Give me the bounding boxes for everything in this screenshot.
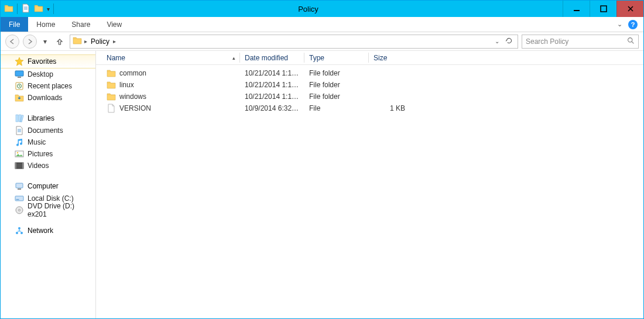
new-folder-icon[interactable] xyxy=(34,4,43,15)
breadcrumb-separator-icon[interactable]: ▸ xyxy=(84,38,87,44)
breadcrumb[interactable]: Policy xyxy=(90,37,111,46)
cell-size: 1 KB xyxy=(369,104,410,112)
music-icon xyxy=(15,138,24,147)
videos-icon xyxy=(15,161,24,170)
network-icon xyxy=(15,226,24,235)
sidebar-item-recent[interactable]: Recent places xyxy=(1,80,95,92)
quick-access-toolbar: ▾ xyxy=(1,1,54,17)
file-row[interactable]: VERSION10/9/2014 6:32 AMFile1 KB xyxy=(96,102,643,114)
cell-name: common xyxy=(102,68,240,78)
sidebar-group-computer: Computer Local Disk (C:) DVD Drive (D:) … xyxy=(1,180,95,216)
address-bar[interactable]: ▸ Policy ▸ ⌄ xyxy=(70,35,518,49)
sidebar-item-label: Local Disk (C:) xyxy=(28,194,74,203)
file-rows: common10/21/2014 1:10 AMFile folderlinux… xyxy=(96,65,643,114)
sidebar-header-computer[interactable]: Computer xyxy=(1,180,95,193)
help-icon[interactable]: ? xyxy=(628,20,638,29)
star-icon xyxy=(15,57,24,66)
folder-icon xyxy=(107,80,116,90)
breadcrumb-separator-icon[interactable]: ▸ xyxy=(113,38,116,44)
file-tab[interactable]: File xyxy=(1,17,28,32)
sidebar-item-downloads[interactable]: Downloads xyxy=(1,92,95,104)
column-header-type[interactable]: Type xyxy=(304,51,369,64)
up-button[interactable] xyxy=(53,35,66,48)
cell-type: File folder xyxy=(304,69,369,77)
forward-button[interactable] xyxy=(23,35,37,49)
back-button[interactable] xyxy=(5,35,19,49)
folder-icon xyxy=(73,36,82,47)
sidebar-header-favorites[interactable]: Favorites xyxy=(1,54,95,68)
navigation-bar: ▾ ▸ Policy ▸ ⌄ xyxy=(1,32,643,51)
cell-type: File folder xyxy=(304,81,369,89)
sidebar-item-label: Desktop xyxy=(28,70,53,78)
sidebar-item-dvd-drive[interactable]: DVD Drive (D:) ex201 xyxy=(1,204,95,216)
qat-customize-icon[interactable]: ▾ xyxy=(47,6,50,12)
libraries-icon xyxy=(15,114,24,123)
column-label: Size xyxy=(374,54,387,62)
minimize-button[interactable] xyxy=(563,1,590,17)
column-header-size[interactable]: Size xyxy=(369,51,410,64)
file-row[interactable]: linux10/21/2014 1:10 AMFile folder xyxy=(96,79,643,91)
sidebar-header-libraries[interactable]: Libraries xyxy=(1,112,95,125)
column-header-date[interactable]: Date modified xyxy=(240,51,304,64)
file-row[interactable]: common10/21/2014 1:10 AMFile folder xyxy=(96,67,643,79)
pictures-icon xyxy=(15,149,24,159)
title-bar: ▾ Policy xyxy=(1,1,643,17)
cell-date: 10/21/2014 1:10 AM xyxy=(240,69,304,77)
sidebar-item-label: Videos xyxy=(28,162,49,170)
file-name: common xyxy=(119,69,146,77)
ribbon-expand-icon[interactable]: ⌄ xyxy=(617,20,622,28)
ribbon-tabs: File Home Share View ⌄ ? xyxy=(1,17,643,32)
qat-separator xyxy=(17,4,18,14)
column-header-name[interactable]: Name▴ xyxy=(102,51,240,64)
breadcrumb-label: Policy xyxy=(91,37,109,46)
tab-view[interactable]: View xyxy=(98,17,130,32)
cell-name: windows xyxy=(102,92,240,101)
search-input[interactable] xyxy=(526,37,627,46)
cell-date: 10/21/2014 1:10 AM xyxy=(240,81,304,89)
close-button[interactable] xyxy=(616,1,643,17)
navigation-pane: Favorites Desktop Recent places Download… xyxy=(1,51,96,318)
cell-type: File folder xyxy=(304,92,369,101)
sort-indicator-icon: ▴ xyxy=(232,55,235,61)
sidebar-group-network: Network xyxy=(1,224,95,237)
sidebar-item-music[interactable]: Music xyxy=(1,136,95,148)
sidebar-item-documents[interactable]: Documents xyxy=(1,125,95,136)
folder-icon xyxy=(107,92,116,101)
sidebar-item-desktop[interactable]: Desktop xyxy=(1,68,95,80)
sidebar-header-label: Computer xyxy=(28,182,59,190)
sidebar-item-label: Downloads xyxy=(28,94,62,102)
cell-type: File xyxy=(304,104,369,112)
sidebar-item-label: DVD Drive (D:) ex201 xyxy=(28,202,91,218)
cell-name: VERSION xyxy=(102,104,240,113)
sidebar-header-label: Libraries xyxy=(28,114,54,122)
column-label: Date modified xyxy=(245,54,288,62)
sidebar-item-label: Music xyxy=(28,138,46,146)
sidebar-header-label: Favorites xyxy=(28,57,56,66)
file-list: Name▴ Date modified Type Size common10/2… xyxy=(96,51,643,318)
search-box[interactable] xyxy=(522,35,639,49)
tab-share[interactable]: Share xyxy=(63,17,98,32)
refresh-icon[interactable] xyxy=(505,37,513,46)
explorer-window: ▾ Policy File Home Share View ⌄ ? ▾ ▸ Po… xyxy=(0,0,644,319)
column-label: Name xyxy=(107,54,125,62)
cell-date: 10/9/2014 6:32 AM xyxy=(240,104,304,112)
sidebar-item-videos[interactable]: Videos xyxy=(1,160,95,171)
sidebar-item-label: Pictures xyxy=(28,150,53,158)
sidebar-group-favorites: Favorites Desktop Recent places Download… xyxy=(1,54,95,104)
file-name: windows xyxy=(119,92,146,101)
dvd-icon xyxy=(15,205,24,215)
address-dropdown-icon[interactable]: ⌄ xyxy=(495,38,499,44)
sidebar-item-pictures[interactable]: Pictures xyxy=(1,148,95,160)
recent-locations-button[interactable]: ▾ xyxy=(40,35,50,49)
maximize-button[interactable] xyxy=(590,1,616,17)
file-name: VERSION xyxy=(119,104,151,112)
file-name: linux xyxy=(119,81,134,89)
search-icon[interactable] xyxy=(627,37,635,46)
sidebar-header-network[interactable]: Network xyxy=(1,224,95,237)
tab-home[interactable]: Home xyxy=(28,17,63,32)
downloads-icon xyxy=(15,93,24,102)
desktop-icon xyxy=(15,70,24,79)
sidebar-item-label: Recent places xyxy=(28,82,72,90)
properties-icon[interactable] xyxy=(21,4,30,15)
file-row[interactable]: windows10/21/2014 1:11 AMFile folder xyxy=(96,91,643,102)
